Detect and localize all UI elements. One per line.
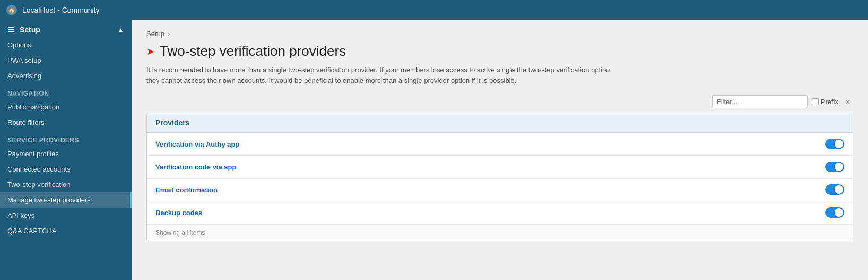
toggle-authy[interactable] [825,139,844,149]
sidebar-item-advertising[interactable]: Advertising [0,68,132,83]
provider-name-backup[interactable]: Backup codes [155,209,202,217]
service-providers-group-label: Service providers [0,130,132,146]
filter-close-button[interactable]: ✕ [843,97,853,107]
breadcrumb: Setup › [146,30,853,38]
home-icon: 🏠 [6,5,17,15]
sidebar-item-public-navigation[interactable]: Public navigation [0,99,132,115]
table-row: Verification code via app [147,156,853,179]
breadcrumb-parent[interactable]: Setup [146,30,164,38]
table-row: Verification via Authy app [147,133,853,156]
providers-footer: Showing all items [147,224,853,241]
toggle-code-app[interactable] [825,162,844,172]
provider-name-code-app[interactable]: Verification code via app [155,163,236,171]
toggle-backup[interactable] [825,207,844,218]
sidebar-item-payment-profiles[interactable]: Payment profiles [0,146,132,162]
breadcrumb-separator: › [168,30,170,38]
content-area: Setup › ➤ Two-step verification provider… [132,20,868,251]
topbar: 🏠 LocalHost - Community [0,0,868,20]
sidebar-item-manage-two-step-providers[interactable]: Manage two-step providers [0,192,132,208]
provider-name-email[interactable]: Email confirmation [155,186,218,194]
table-row: Backup codes [147,201,853,224]
providers-table: Providers Verification via Authy app Ver… [146,113,853,241]
layout: ☰ Setup ▲ Options PWA setup Advertising … [0,20,868,280]
sidebar-item-qa-captcha[interactable]: Q&A CAPTCHA [0,223,132,239]
red-arrow-icon: ➤ [146,46,154,57]
table-row: Email confirmation [147,179,853,201]
toggle-email[interactable] [825,184,844,195]
sidebar: ☰ Setup ▲ Options PWA setup Advertising … [0,20,132,280]
navigation-group-label: Navigation [0,83,132,99]
setup-label: ☰ Setup [7,26,40,34]
providers-header: Providers [147,113,853,133]
prefix-label: Prefix [812,98,838,106]
sidebar-item-route-filters[interactable]: Route filters [0,115,132,130]
sidebar-item-connected-accounts[interactable]: Connected accounts [0,162,132,177]
setup-section-header[interactable]: ☰ Setup ▲ [0,20,132,37]
topbar-title: LocalHost - Community [22,6,100,14]
collapse-icon[interactable]: ▲ [117,26,124,34]
sidebar-item-options[interactable]: Options [0,37,132,53]
sidebar-item-pwa-setup[interactable]: PWA setup [0,53,132,68]
page-title: ➤ Two-step verification providers [146,43,853,60]
filter-input[interactable] [712,95,808,108]
sidebar-item-two-step-verification[interactable]: Two-step verification [0,177,132,192]
main-content: Setup › ➤ Two-step verification provider… [132,20,868,280]
prefix-checkbox[interactable] [812,98,819,105]
sidebar-item-api-keys[interactable]: API keys [0,208,132,223]
filter-bar: Prefix ✕ [146,95,853,113]
page-description: It is recommended to have more than a si… [146,65,624,86]
provider-name-authy[interactable]: Verification via Authy app [155,140,239,148]
